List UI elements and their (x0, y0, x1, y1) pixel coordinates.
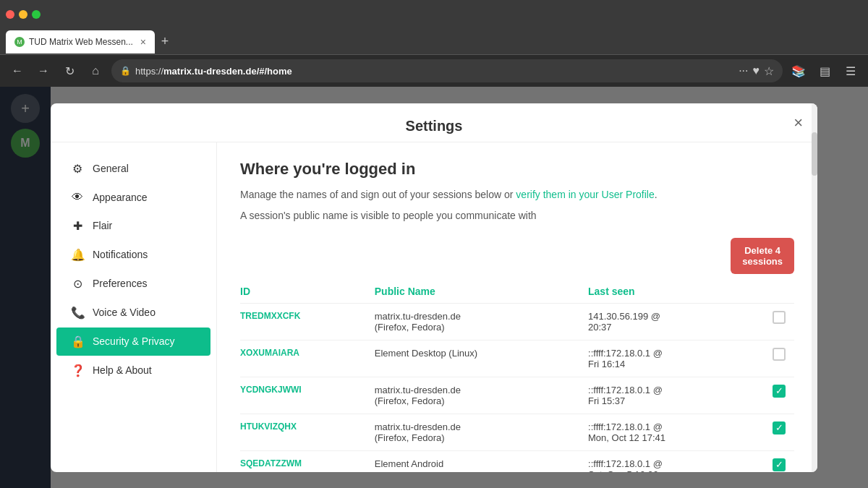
session-id: YCDNGKJWWI (240, 377, 375, 414)
more-options-icon[interactable]: ··· (739, 64, 748, 78)
sliders-icon: ⊙ (71, 277, 84, 291)
close-window-btn[interactable] (6, 10, 14, 19)
modal-close-button[interactable]: × (793, 114, 803, 132)
sidebar-item-label: Voice & Video (93, 307, 156, 318)
scrollbar-thumb[interactable] (812, 142, 817, 176)
sidebar-item-label: Flair (93, 220, 112, 231)
address-domain: matrix.tu-dresden.de (163, 66, 257, 77)
active-tab[interactable]: M TUD Matrix Web Messen... × (6, 30, 155, 53)
col-id: ID (240, 280, 375, 304)
session-last-seen: 141.30.56.199 @20:37 (588, 303, 753, 340)
session-checkbox[interactable] (773, 348, 786, 361)
session-public-name: Element Desktop (Linux) (375, 340, 588, 377)
session-id: TREDMXXCFK (240, 303, 375, 340)
title-bar (0, 0, 868, 29)
new-tab-button[interactable]: + (155, 32, 175, 52)
session-checkbox[interactable]: ✓ (773, 385, 786, 398)
page-title: Where you're logged in (240, 160, 794, 179)
back-button[interactable]: ← (7, 61, 27, 81)
sidebar-item-flair[interactable]: ✚ Flair (56, 212, 210, 240)
page-body: + M Settings × ⚙ General 👁 Ap (0, 87, 868, 488)
sidebar-item-label: Preferences (93, 278, 147, 289)
scrollbar[interactable] (812, 142, 817, 472)
col-public-name: Public Name (375, 280, 588, 304)
user-profile-link[interactable]: verify them in your User Profile (516, 189, 654, 200)
pocket-icon[interactable]: ♥ (753, 64, 760, 78)
lock-icon: 🔒 (71, 335, 84, 348)
tab-bar: M TUD Matrix Web Messen... × + (0, 29, 868, 55)
sidebar-item-appearance[interactable]: 👁 Appearance (56, 184, 210, 211)
modal-title: Settings (406, 118, 463, 134)
forward-button[interactable]: → (33, 61, 54, 81)
sidebar-item-label: Appearance (93, 192, 148, 203)
home-button[interactable]: ⌂ (85, 61, 106, 81)
settings-modal: Settings × ⚙ General 👁 Appearance ✚ (51, 103, 817, 472)
session-last-seen: ::ffff:172.18.0.1 @Fri 16:14 (588, 340, 753, 377)
session-public-name: Element Android (375, 450, 588, 472)
session-last-seen: ::ffff:172.18.0.1 @Sat, Sep 5 16:06 (588, 450, 753, 472)
delete-sessions-button[interactable]: Delete 4sessions (731, 238, 794, 274)
table-row: HTUKVIZQHXmatrix.tu-dresden.de(Firefox, … (240, 414, 794, 450)
session-id: XOXUMAIARA (240, 340, 375, 377)
table-row: YCDNGKJWWImatrix.tu-dresden.de(Firefox, … (240, 377, 794, 414)
lock-icon: 🔒 (120, 66, 131, 76)
sidebar-toggle-button[interactable]: ▤ (814, 61, 835, 81)
gear-icon: ⚙ (71, 162, 84, 176)
session-public-name: matrix.tu-dresden.de(Firefox, Fedora) (375, 414, 588, 450)
sidebar-item-voice-video[interactable]: 📞 Voice & Video (56, 299, 210, 327)
sidebar-item-label: Notifications (93, 249, 148, 260)
sidebar-item-help-about[interactable]: ❓ Help & About (56, 356, 210, 385)
sidebar-item-security-privacy[interactable]: 🔒 Security & Privacy (56, 328, 210, 356)
session-checkbox-cell (753, 340, 794, 377)
sidebar-item-label: Security & Privacy (93, 335, 175, 347)
reload-button[interactable]: ↻ (59, 61, 80, 81)
sidebar-item-label: Help & About (93, 364, 152, 376)
tab-favicon: M (14, 37, 25, 47)
tab-title: TUD Matrix Web Messen... (29, 37, 133, 47)
settings-content: Where you're logged in Manage the names … (217, 142, 817, 472)
eye-icon: 👁 (71, 191, 84, 204)
browser-chrome: M TUD Matrix Web Messen... × + ← → ↻ ⌂ 🔒… (0, 0, 868, 87)
menu-button[interactable]: ☰ (841, 61, 861, 81)
window-controls (6, 10, 41, 19)
session-last-seen: ::ffff:172.18.0.1 @Mon, Oct 12 17:41 (588, 414, 753, 450)
session-public-name: matrix.tu-dresden.de(Firefox, Fedora) (375, 377, 588, 414)
plus-icon: ✚ (71, 219, 84, 233)
session-name-note: A session's public name is visible to pe… (240, 208, 794, 223)
sidebar-item-notifications[interactable]: 🔔 Notifications (56, 241, 210, 269)
session-checkbox-cell (753, 303, 794, 340)
library-button[interactable]: 📚 (788, 61, 809, 81)
modal-overlay: Settings × ⚙ General 👁 Appearance ✚ (0, 87, 868, 488)
modal-header: Settings × (51, 103, 817, 142)
table-header-row: ID Public Name Last seen (240, 280, 794, 304)
table-row: XOXUMAIARAElement Desktop (Linux)::ffff:… (240, 340, 794, 377)
table-row: SQEDATZZWMElement Android::ffff:172.18.0… (240, 450, 794, 472)
description-text: Manage the names of and sign out of your… (240, 187, 794, 202)
bell-icon: 🔔 (71, 248, 84, 262)
sidebar-item-preferences[interactable]: ⊙ Preferences (56, 270, 210, 298)
sidebar-item-general[interactable]: ⚙ General (56, 155, 210, 183)
session-last-seen: ::ffff:172.18.0.1 @Fri 15:37 (588, 377, 753, 414)
tab-close-btn[interactable]: × (140, 36, 146, 48)
desc-before: Manage the names of and sign out of your… (240, 189, 516, 200)
session-checkbox-cell: ✓ (753, 450, 794, 472)
sessions-table: ID Public Name Last seen TREDMXXCFKmatri… (240, 280, 794, 472)
nav-actions: ··· ♥ ☆ (739, 64, 774, 78)
sidebar-item-label: General (93, 163, 129, 174)
modal-body: ⚙ General 👁 Appearance ✚ Flair 🔔 Notific… (51, 142, 817, 472)
session-id: HTUKVIZQHX (240, 414, 375, 450)
session-checkbox-cell: ✓ (753, 414, 794, 450)
address-bar[interactable]: 🔒 https://matrix.tu-dresden.de/#/home ··… (111, 59, 783, 82)
maximize-window-btn[interactable] (32, 10, 41, 19)
session-checkbox[interactable]: ✓ (773, 458, 786, 471)
table-row: TREDMXXCFKmatrix.tu-dresden.de(Firefox, … (240, 303, 794, 340)
bookmark-icon[interactable]: ☆ (764, 64, 774, 78)
question-icon: ❓ (71, 364, 84, 377)
minimize-window-btn[interactable] (19, 10, 27, 19)
phone-icon: 📞 (71, 306, 84, 320)
desc-after: . (655, 189, 658, 200)
settings-sidebar: ⚙ General 👁 Appearance ✚ Flair 🔔 Notific… (51, 142, 217, 472)
session-checkbox[interactable]: ✓ (773, 421, 786, 435)
session-checkbox[interactable] (773, 311, 786, 324)
session-checkbox-cell: ✓ (753, 377, 794, 414)
